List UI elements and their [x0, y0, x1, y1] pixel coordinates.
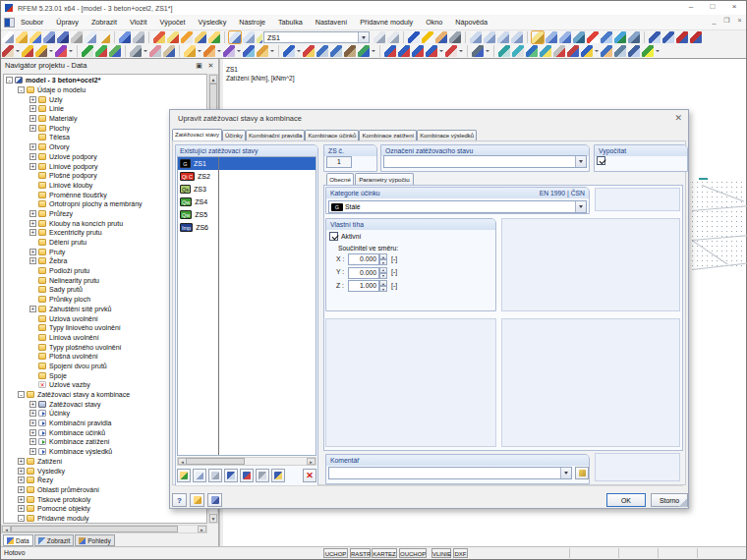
tree-item[interactable]: -Přídavné moduly [4, 514, 206, 524]
globe-icon[interactable] [614, 31, 626, 43]
tree-horizontal-scrollbar[interactable]: ◄ ► [1, 525, 207, 533]
snap-nodes-icon[interactable] [95, 45, 107, 57]
scroll-up-icon[interactable]: ▲ [209, 75, 217, 84]
ring-purple-icon[interactable] [223, 45, 235, 57]
save-icon[interactable] [57, 31, 69, 43]
dialog-title-bar[interactable]: Upravit zatěžovací stavy a kombinace [170, 110, 688, 127]
ky-icon[interactable] [398, 45, 410, 57]
dropdown-arrow-icon[interactable] [16, 50, 20, 52]
load-case-combobox[interactable]: ZS1 [263, 31, 370, 43]
bolt-icon[interactable] [55, 45, 67, 57]
line-div-icon[interactable] [35, 45, 47, 57]
monitor-3-icon[interactable] [628, 45, 640, 57]
sphere-2-icon[interactable] [526, 45, 538, 57]
navigator-tab-data[interactable]: Data [3, 534, 33, 546]
chevron-down-icon[interactable] [575, 156, 586, 167]
menu-vloit[interactable]: Vložit [130, 16, 160, 28]
x-grid-icon[interactable] [567, 45, 579, 57]
comment-browse-button[interactable] [575, 467, 589, 479]
copy-case-button[interactable] [193, 469, 206, 482]
dropdown-arrow-icon[interactable] [69, 50, 73, 52]
person-icon[interactable] [435, 31, 447, 43]
table-a-icon[interactable] [316, 45, 328, 57]
prev-icon[interactable] [374, 31, 385, 43]
comment-combobox[interactable] [328, 467, 572, 479]
chevron-down-icon[interactable] [358, 32, 369, 42]
mini-icon[interactable] [628, 31, 640, 43]
search-icon[interactable] [98, 31, 110, 43]
factor-y-field[interactable]: 0.000 [348, 267, 379, 279]
resize-grip[interactable] [679, 499, 687, 507]
dropdown-arrow-icon[interactable] [486, 50, 489, 52]
render-icon[interactable] [195, 31, 206, 43]
menu-pdavnmoduly[interactable]: Přídavné moduly [360, 16, 426, 28]
n-teal-icon[interactable] [498, 45, 510, 57]
ok-button[interactable]: OK [606, 493, 646, 507]
pin-pink-icon[interactable] [149, 45, 161, 57]
tree-item[interactable]: -Údaje o modelu [4, 85, 206, 95]
new-case-button[interactable] [177, 469, 191, 482]
chevron-down-icon[interactable] [560, 468, 571, 478]
dropdown-arrow-icon[interactable] [297, 50, 301, 52]
regenerate-button[interactable] [271, 469, 285, 482]
window-4-icon[interactable] [511, 31, 523, 43]
next-icon[interactable] [387, 31, 399, 43]
line-edit-icon[interactable] [22, 45, 33, 57]
pin-red-icon[interactable] [303, 45, 315, 57]
open-icon[interactable] [16, 31, 28, 43]
delete-results-icon[interactable] [587, 31, 599, 43]
plane-teal-icon[interactable] [512, 45, 524, 57]
dialog-tab-kombinace---ink-[interactable]: Kombinace účinků [305, 130, 359, 140]
menu-okno[interactable]: Okno [426, 16, 455, 28]
dropdown-arrow-icon[interactable] [459, 50, 463, 52]
block-orange-icon[interactable] [203, 45, 215, 57]
dropdown-arrow-icon[interactable] [237, 50, 241, 52]
gear-icon[interactable] [472, 45, 484, 57]
action-category-combobox[interactable]: G Stálé [328, 200, 587, 213]
mdi-minimize-button[interactable]: _ [710, 17, 718, 25]
flag-p-icon[interactable] [408, 31, 420, 43]
fly-2-icon[interactable] [546, 31, 557, 43]
calculate-checkbox[interactable] [597, 156, 605, 165]
zoom-region-icon[interactable] [167, 31, 179, 43]
status-toggle-uchop[interactable]: UCHOP [323, 548, 348, 558]
dialog-tab-kombinace-zat--en-[interactable]: Kombinace zatížení [359, 130, 417, 140]
monitor-1-icon[interactable] [649, 31, 661, 43]
table-show-icon[interactable] [229, 31, 241, 43]
table-b-icon[interactable] [330, 45, 342, 57]
grid-plus-icon[interactable] [540, 45, 551, 57]
menu-nastaven[interactable]: Nastavení [316, 16, 360, 28]
load-case-row-zs5[interactable]: QwZS5 [178, 208, 316, 221]
menu-vpoet[interactable]: Výpočet [160, 16, 199, 28]
apply-on-button[interactable] [240, 469, 254, 482]
dialog-tab---inky[interactable]: Účinky [222, 130, 246, 140]
tree-item[interactable]: -model - 3 beton+ocel2* [4, 76, 206, 85]
save-defaults-button[interactable] [207, 493, 222, 507]
table-dock-icon[interactable] [243, 31, 255, 43]
menu-tabulka[interactable]: Tabulka [278, 16, 316, 28]
cube-blue-icon[interactable] [243, 45, 255, 57]
open-model-icon[interactable] [29, 31, 41, 43]
close-navigator-icon[interactable]: ✕ [205, 60, 216, 71]
dropdown-arrow-icon[interactable] [439, 50, 443, 52]
fly-3-icon[interactable] [559, 31, 571, 43]
navigator-tab-zobrazit[interactable]: Zobrazit [34, 534, 74, 546]
tab-obecne[interactable]: Obecné [326, 173, 354, 185]
kx-icon[interactable] [384, 45, 396, 57]
scroll-down-icon[interactable]: ▼ [209, 514, 217, 523]
load-case-row-zs3[interactable]: QsZS3 [178, 183, 316, 196]
window-2-icon[interactable] [484, 31, 495, 43]
dialog-tab-zat--ovac--stavy[interactable]: Zatěžovací stavy [172, 129, 222, 140]
load-defaults-button[interactable] [190, 493, 204, 507]
run-1-icon[interactable] [676, 31, 688, 43]
tab-parametry-vypoctu[interactable]: Parametry výpočtu [355, 173, 414, 185]
status-toggle-rastr[interactable]: RASTR [350, 548, 371, 558]
frame-tan-icon[interactable] [163, 45, 175, 57]
fly-pressed-icon[interactable] [532, 31, 544, 43]
menu-nstroje[interactable]: Nástroje [239, 16, 278, 28]
spinner[interactable] [379, 253, 387, 265]
menu-soubor[interactable]: Soubor [21, 16, 56, 28]
self-weight-active-checkbox[interactable] [329, 232, 338, 241]
load-case-row-zs1[interactable]: GZS1 [178, 157, 316, 170]
list-horizontal-scrollbar[interactable]: ◄ ► [177, 457, 316, 466]
